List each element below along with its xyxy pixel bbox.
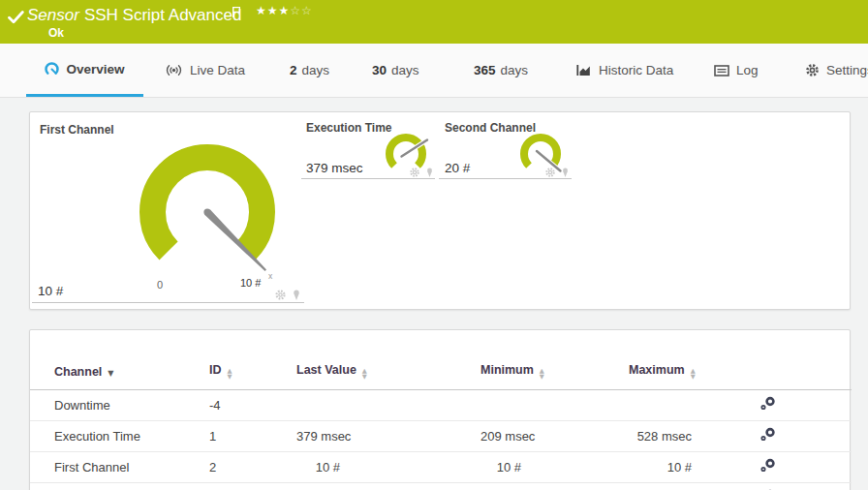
- tab-365-days-number: 365: [474, 63, 496, 77]
- historic-chart-icon: [575, 64, 592, 77]
- channels-table: Channel▼ ID▲▼ Last Value▲▼ Minimum▲▼ Max…: [30, 353, 852, 490]
- sort-icon: ▲▼: [540, 369, 544, 380]
- channel-name-cell: Downtime: [30, 390, 209, 421]
- divider: [439, 178, 572, 179]
- tab-bar: Overview Live Data 2 days 30 days 365 da…: [0, 44, 868, 98]
- prtg-sensor-page: SensorSSH Script Advanced ★★★☆☆ Ok Overv…: [0, 0, 868, 490]
- tab-settings-label: Settings: [826, 63, 868, 77]
- minimum-cell: 20 #: [480, 483, 629, 490]
- gauge-pin-icon[interactable]: [292, 290, 301, 301]
- column-header-channel[interactable]: Channel▼: [30, 353, 209, 390]
- tab-log[interactable]: Log: [714, 44, 759, 97]
- gear-icon: [805, 63, 820, 77]
- priority-stars[interactable]: ★★★☆☆: [256, 4, 313, 17]
- column-header-id[interactable]: ID▲▼: [209, 353, 296, 390]
- channel-id-cell: 2: [209, 452, 296, 483]
- channel-settings-gears-icon[interactable]: [728, 396, 776, 411]
- channel-name-cell: Second Channel: [30, 483, 209, 490]
- gauge-settings-gear-icon[interactable]: [274, 289, 287, 301]
- minimum-cell: 209 msec: [480, 421, 629, 452]
- tab-30-days-label: days: [391, 63, 419, 77]
- maximum-cell: 528 msec: [629, 421, 728, 452]
- channel-id-cell: 3: [209, 483, 296, 490]
- gauge-settings-gear-icon[interactable]: [409, 167, 420, 178]
- minimum-cell: 10 #: [480, 452, 629, 483]
- priority-flag-icon[interactable]: [232, 6, 241, 18]
- gauge-first-channel-value: 10 #: [38, 284, 63, 298]
- maximum-cell: 20 #: [629, 483, 728, 490]
- needle-marker: x: [268, 271, 273, 281]
- actions-cell: [728, 390, 852, 421]
- stars-filled: ★★★: [256, 4, 290, 17]
- gauge-execution-time-actions: [409, 167, 434, 178]
- log-icon: [714, 65, 729, 77]
- gauge-scale-min: 0: [157, 279, 163, 291]
- tab-30-days[interactable]: 30 days: [372, 44, 419, 97]
- tab-2-days-label: days: [302, 63, 330, 77]
- actions-cell: [728, 452, 852, 483]
- tab-live-data-label: Live Data: [190, 63, 245, 77]
- status-badge: Ok: [48, 26, 64, 40]
- column-header-maximum-label: Maximum: [629, 363, 685, 377]
- tab-overview-label: Overview: [66, 62, 124, 77]
- column-header-last-value[interactable]: Last Value▲▼: [296, 353, 480, 390]
- gauge-second-channel-value: 20 #: [445, 161, 470, 175]
- divider: [301, 178, 435, 179]
- tab-historic-data-label: Historic Data: [599, 63, 673, 77]
- maximum-cell: 10 #: [629, 452, 728, 483]
- channel-id-cell: -4: [209, 390, 296, 421]
- gauge-scale-max: 10 #: [240, 277, 261, 289]
- live-data-icon: [165, 64, 183, 77]
- column-header-channel-label: Channel: [54, 365, 102, 379]
- gauge-icon: [45, 62, 59, 77]
- tab-log-label: Log: [736, 63, 759, 77]
- channel-id-cell: 1: [209, 421, 296, 452]
- column-header-last-value-label: Last Value: [296, 363, 356, 377]
- maximum-cell: [629, 390, 728, 421]
- last-value-cell: 10 #: [296, 452, 480, 483]
- actions-cell: [728, 421, 852, 452]
- sensor-type-label: Sensor: [27, 6, 79, 24]
- stars-empty: ☆☆: [290, 4, 313, 17]
- actions-cell: [728, 483, 852, 490]
- channel-settings-gears-icon[interactable]: [728, 427, 776, 442]
- table-row: Execution Time 1 379 msec 209 msec 528 m…: [30, 421, 852, 452]
- last-value-cell: [296, 390, 480, 421]
- divider: [32, 302, 304, 303]
- channel-name-cell: Execution Time: [30, 421, 209, 452]
- table-row: Second Channel 3 20 # 20 # 20 #: [30, 483, 852, 490]
- sort-icon: ▲▼: [362, 369, 367, 380]
- tab-overview[interactable]: Overview: [26, 44, 143, 97]
- sort-icon: ▲▼: [228, 369, 232, 380]
- tab-365-days[interactable]: 365 days: [474, 44, 528, 97]
- sort-icon: ▲▼: [691, 369, 696, 380]
- minimum-cell: [480, 390, 629, 421]
- tab-historic-data[interactable]: Historic Data: [575, 44, 673, 97]
- tab-settings[interactable]: Settings: [805, 44, 868, 97]
- column-header-maximum[interactable]: Maximum▲▼: [629, 353, 728, 390]
- sort-desc-icon: ▼: [108, 369, 113, 378]
- column-header-minimum[interactable]: Minimum▲▼: [480, 353, 629, 390]
- gauge-pin-icon[interactable]: [425, 168, 434, 178]
- page-title: SensorSSH Script Advanced: [27, 6, 241, 25]
- column-header-actions: [728, 353, 852, 390]
- tab-2-days-number: 2: [290, 63, 297, 77]
- column-header-id-label: ID: [209, 363, 222, 377]
- column-header-minimum-label: Minimum: [480, 363, 534, 377]
- tab-2-days[interactable]: 2 days: [290, 44, 329, 97]
- channel-settings-gears-icon[interactable]: [728, 458, 776, 473]
- sensor-status-bar: SensorSSH Script Advanced ★★★☆☆ Ok: [0, 0, 868, 44]
- gauge-pin-icon[interactable]: [561, 168, 570, 178]
- last-value-cell: 379 msec: [296, 421, 480, 452]
- table-row: Downtime -4: [30, 390, 852, 421]
- last-value-cell: 20 #: [296, 483, 480, 490]
- gauge-execution-time-value: 379 msec: [306, 161, 363, 175]
- first-channel-gauge: x: [135, 139, 280, 285]
- gauge-settings-gear-icon[interactable]: [544, 167, 556, 178]
- tab-live-data[interactable]: Live Data: [165, 44, 245, 97]
- channel-name-cell: First Channel: [30, 452, 209, 483]
- tab-30-days-number: 30: [372, 63, 387, 77]
- status-ok-check-icon: [8, 11, 24, 24]
- gauges-panel: First Channel x 0 10 # 10 # Execution Ti…: [29, 111, 851, 310]
- gauge-first-channel-actions: [274, 289, 301, 301]
